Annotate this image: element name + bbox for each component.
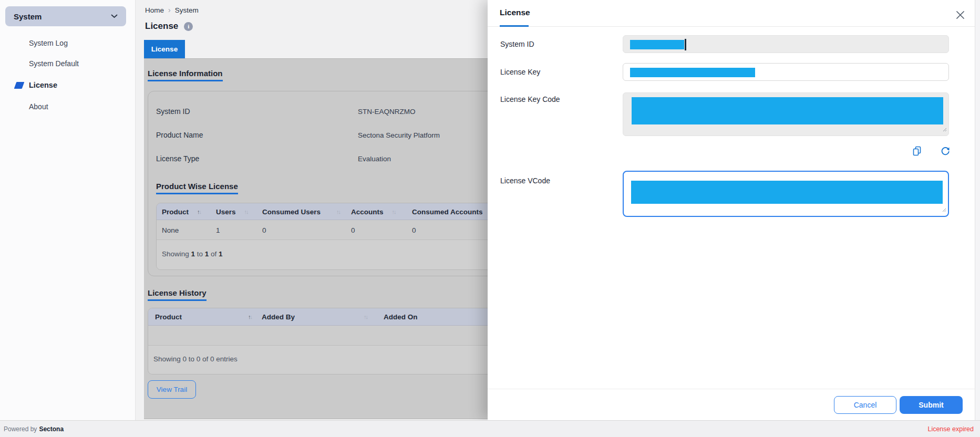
brand-text: Sectona (39, 425, 64, 433)
column-header-accounts[interactable]: Accounts ↑↓ (351, 203, 396, 220)
column-header-added-on[interactable]: Added On (384, 308, 418, 326)
license-drawer: License System ID License Key License Ke… (488, 0, 975, 420)
tab-license[interactable]: License (144, 40, 185, 58)
showing-summary: Showing 0 to 0 of 0 entries (153, 355, 238, 363)
sidebar: System System Log System Default License… (0, 0, 136, 420)
field-value-license-type: Evaluation (358, 155, 391, 163)
copy-icon[interactable] (912, 145, 922, 156)
field-value-system-id: STN-EAQNRZMO (358, 108, 416, 116)
cell-consumed-users: 0 (262, 220, 266, 240)
field-label-product-name: Product Name (156, 131, 203, 139)
license-vcode-textarea[interactable] (623, 171, 949, 217)
product-wise-license-heading: Product Wise License (156, 182, 238, 194)
drawer-label-license-key-code: License Key Code (500, 95, 560, 103)
license-key-code-textarea[interactable] (623, 92, 949, 136)
breadcrumb-home[interactable]: Home (145, 6, 164, 14)
drawer-title-underline (500, 25, 529, 27)
sort-icon[interactable]: ↑↓ (197, 209, 201, 215)
license-key-input[interactable] (623, 63, 949, 81)
app-footer: Powered by Sectona License expired (0, 420, 980, 437)
column-header-users[interactable]: Users ↑↓ (216, 203, 248, 220)
column-header-product[interactable]: Product ↑↓ (155, 308, 252, 326)
field-label-system-id: System ID (156, 107, 190, 116)
cell-accounts: 0 (351, 220, 355, 240)
drawer-title: License (500, 8, 530, 17)
breadcrumb: Home › System (145, 6, 199, 14)
license-history-heading: License History (148, 288, 207, 301)
column-header-consumed-users[interactable]: Consumed Users ↑↓ (262, 203, 340, 220)
drawer-label-license-key: License Key (500, 68, 540, 76)
sidebar-item-system-log[interactable]: System Log (29, 39, 68, 47)
sort-icon[interactable]: ↑↓ (392, 209, 396, 215)
field-value-product-name: Sectona Security Platform (358, 131, 440, 139)
drawer-label-system-id: System ID (500, 40, 534, 48)
column-header-added-by[interactable]: Added By ↑↓ (262, 308, 367, 326)
resize-grip-icon[interactable] (942, 124, 947, 134)
scrollbar[interactable] (975, 0, 980, 420)
license-expired-status: License expired (927, 425, 974, 433)
cell-users: 1 (216, 220, 220, 240)
sort-icon[interactable]: ↑↓ (364, 314, 367, 320)
sidebar-item-system-default[interactable]: System Default (29, 59, 79, 68)
sidebar-item-license[interactable]: License (29, 81, 57, 89)
showing-summary: Showing 1 to 1 of 1 (162, 250, 223, 258)
info-icon[interactable]: i (184, 22, 193, 31)
redacted-value-bar (630, 40, 684, 49)
sort-icon[interactable]: ↑↓ (248, 314, 252, 320)
text-caret (685, 39, 686, 50)
cancel-button[interactable]: Cancel (834, 396, 896, 414)
column-header-consumed-accounts[interactable]: Consumed Accounts (412, 203, 483, 220)
drawer-footer: Cancel Submit (488, 389, 975, 420)
submit-button[interactable]: Submit (900, 396, 963, 414)
sidebar-group-label: System (14, 12, 42, 21)
system-id-input[interactable] (623, 35, 949, 53)
redacted-value-block (632, 97, 943, 124)
drawer-header: License (488, 0, 975, 27)
page-title: License (145, 21, 178, 32)
redacted-value-bar (630, 68, 755, 77)
license-information-heading: License Information (148, 69, 223, 81)
column-header-product[interactable]: Product ↑↓ (162, 203, 201, 220)
cell-consumed-accounts: 0 (412, 220, 416, 240)
breadcrumb-separator: › (168, 6, 171, 14)
redacted-value-block (631, 181, 943, 204)
sidebar-group-system[interactable]: System (5, 6, 126, 26)
sort-icon[interactable]: ↑↓ (244, 209, 248, 215)
cell-product: None (162, 220, 179, 240)
view-trail-button[interactable]: View Trail (148, 380, 196, 399)
field-label-license-type: License Type (156, 154, 199, 163)
chevron-down-icon (111, 14, 118, 18)
drawer-label-license-vcode: License VCode (500, 176, 550, 185)
resize-grip-icon[interactable] (942, 205, 946, 214)
powered-by-text: Powered by (4, 425, 37, 433)
license-marker-icon (14, 82, 25, 89)
sidebar-item-about[interactable]: About (29, 102, 48, 111)
breadcrumb-current[interactable]: System (175, 6, 199, 14)
close-icon[interactable] (954, 9, 966, 20)
refresh-icon[interactable] (940, 145, 951, 156)
sort-icon[interactable]: ↑↓ (336, 209, 340, 215)
